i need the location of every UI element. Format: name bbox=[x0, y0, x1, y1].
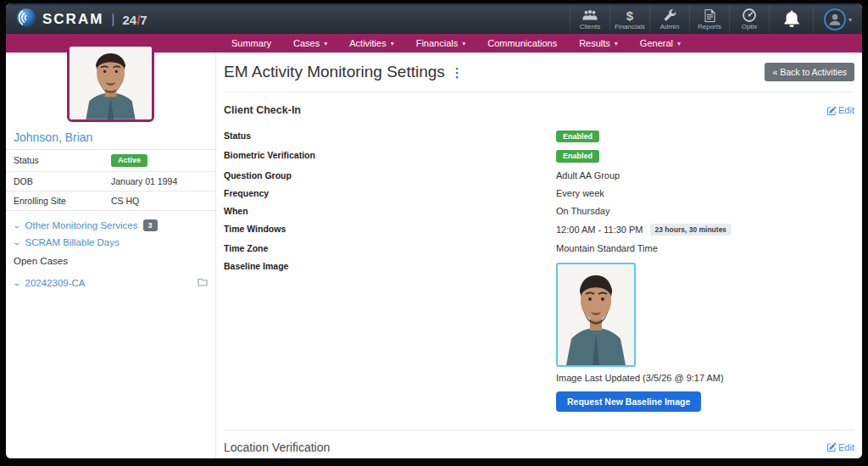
tab-summary[interactable]: Summary bbox=[222, 38, 281, 48]
tab-general[interactable]: General▾ bbox=[631, 38, 690, 48]
field-row-baseline-image: Baseline Image bbox=[224, 258, 854, 416]
more-options-icon[interactable]: ⋮ bbox=[451, 66, 464, 79]
tab-financials[interactable]: Financials▾ bbox=[407, 38, 476, 48]
info-label: DOB bbox=[6, 171, 103, 191]
back-to-activities-button[interactable]: « Back to Activities bbox=[765, 63, 854, 81]
page-title: EM Activity Monitoring Settings bbox=[224, 63, 445, 81]
topbar-spacer bbox=[147, 5, 570, 34]
topbar-item-optix[interactable]: Optix bbox=[729, 5, 769, 34]
field-row-status: Status Enabled bbox=[224, 126, 854, 147]
chevron-down-icon: ▾ bbox=[462, 40, 465, 47]
client-sidebar: Johnson, Brian Status Active DOB January… bbox=[6, 53, 216, 458]
field-value: Every week bbox=[556, 188, 604, 198]
chevron-down-icon: ▾ bbox=[615, 40, 618, 47]
app-window: SCRAM | 24/7 Clients $ Financials bbox=[6, 3, 862, 458]
top-app-bar: SCRAM | 24/7 Clients $ Financials bbox=[6, 3, 862, 34]
main-content: EM Activity Monitoring Settings ⋮ « Back… bbox=[216, 53, 862, 458]
topbar-item-label: Admin bbox=[660, 23, 680, 31]
chevron-down-icon: ▾ bbox=[324, 40, 327, 47]
section-title-client-check-in: Client Check-In bbox=[224, 104, 301, 116]
info-label: Status bbox=[6, 150, 103, 172]
tab-activities[interactable]: Activities▾ bbox=[340, 38, 403, 48]
edit-client-check-in-link[interactable]: Edit bbox=[827, 105, 854, 115]
topbar-item-label: Financials bbox=[615, 23, 645, 31]
optix-gauge-icon bbox=[743, 8, 756, 22]
info-label: Enrolling Site bbox=[6, 191, 103, 210]
request-new-baseline-image-button[interactable]: Request New Baseline Image bbox=[556, 391, 701, 412]
status-badge: Active bbox=[111, 154, 147, 167]
chevron-down-icon: ⌄ bbox=[12, 279, 21, 287]
user-account-menu[interactable]: ▾ bbox=[813, 5, 862, 34]
avatar bbox=[824, 8, 846, 31]
chevron-down-icon: ▾ bbox=[849, 16, 852, 24]
topbar-item-clients[interactable]: Clients bbox=[570, 5, 609, 34]
topbar-item-label: Clients bbox=[580, 23, 600, 31]
edit-pencil-icon bbox=[827, 442, 837, 452]
topbar-item-label: Optix bbox=[742, 23, 758, 31]
scram-logo: SCRAM | 24/7 bbox=[6, 5, 147, 34]
field-value: Adult AA Group bbox=[556, 170, 620, 180]
chevron-down-icon: ⌄ bbox=[12, 221, 21, 230]
chevron-down-icon: ▾ bbox=[677, 40, 681, 47]
folder-icon[interactable] bbox=[198, 278, 208, 288]
open-cases-heading: Open Cases bbox=[14, 256, 208, 266]
divider bbox=[224, 430, 854, 430]
edit-location-verification-link[interactable]: Edit bbox=[827, 442, 854, 452]
section-title-location-verification: Location Verification bbox=[224, 441, 330, 454]
sidebar-item-case-link[interactable]: ⌄ 20242309-CA bbox=[14, 278, 86, 288]
client-photo bbox=[67, 44, 154, 122]
field-row-question-group: Question Group Adult AA Group bbox=[224, 167, 854, 185]
info-value: CS HQ bbox=[103, 191, 215, 210]
tab-cases[interactable]: Cases▾ bbox=[284, 38, 337, 48]
field-row-biometric-verification: Biometric Verification Enabled bbox=[224, 147, 854, 167]
edit-pencil-icon bbox=[827, 106, 837, 115]
topbar-item-admin[interactable]: Admin bbox=[649, 5, 689, 34]
table-row: Status Active bbox=[6, 150, 215, 172]
field-row-time-zone: Time Zone Mountain Standard Time bbox=[224, 240, 854, 258]
field-row-when: When On Thursday bbox=[224, 202, 854, 220]
field-row-frequency: Frequency Every week bbox=[224, 185, 854, 202]
status-badge: Enabled bbox=[556, 150, 599, 163]
notifications-button[interactable] bbox=[769, 5, 813, 34]
scram-sonar-icon bbox=[16, 8, 36, 31]
clients-icon bbox=[582, 8, 598, 22]
table-row: Enrolling Site CS HQ bbox=[6, 191, 215, 210]
tab-results[interactable]: Results▾ bbox=[570, 38, 627, 48]
chevron-down-icon: ⌄ bbox=[12, 238, 21, 247]
financials-icon: $ bbox=[626, 8, 633, 22]
image-last-updated-caption: Image Last Updated (3/5/26 @ 9:17 AM) bbox=[556, 373, 724, 383]
reports-document-icon bbox=[704, 8, 715, 22]
sidebar-item-scram-billable-days[interactable]: ⌄ SCRAM Billable Days bbox=[14, 237, 208, 247]
brand-name: SCRAM bbox=[42, 11, 103, 28]
client-name: Johnson, Brian bbox=[14, 130, 215, 144]
sidebar-item-other-monitoring-services[interactable]: ⌄ Other Monitoring Services 3 bbox=[14, 219, 208, 231]
topbar-item-reports[interactable]: Reports bbox=[689, 5, 729, 34]
field-row-time-windows: Time Windows 12:00 AM - 11:30 PM 23 hour… bbox=[224, 220, 854, 240]
topbar-item-financials[interactable]: $ Financials bbox=[609, 5, 649, 34]
brand-separator: | bbox=[111, 12, 114, 27]
client-info-table: Status Active DOB January 01 1994 Enroll… bbox=[6, 149, 215, 211]
field-value: On Thursday bbox=[556, 206, 609, 216]
chevron-down-icon: ▾ bbox=[391, 40, 394, 47]
info-value: January 01 1994 bbox=[103, 171, 215, 191]
admin-wrench-icon bbox=[664, 8, 676, 22]
count-badge: 3 bbox=[143, 219, 158, 231]
bell-icon bbox=[783, 9, 800, 31]
table-row: DOB January 01 1994 bbox=[6, 171, 215, 191]
topbar-item-label: Reports bbox=[698, 23, 721, 31]
screenshot-frame: SCRAM | 24/7 Clients $ Financials bbox=[0, 0, 868, 466]
brand-247: 24/7 bbox=[123, 13, 147, 27]
tab-communications[interactable]: Communications bbox=[478, 38, 566, 48]
baseline-image bbox=[556, 263, 636, 367]
field-value: Mountain Standard Time bbox=[556, 243, 658, 253]
divider bbox=[224, 92, 854, 92]
status-badge: Enabled bbox=[556, 130, 599, 143]
field-value: 12:00 AM - 11:30 PM bbox=[556, 225, 643, 235]
duration-badge: 23 hours, 30 minutes bbox=[650, 224, 732, 236]
